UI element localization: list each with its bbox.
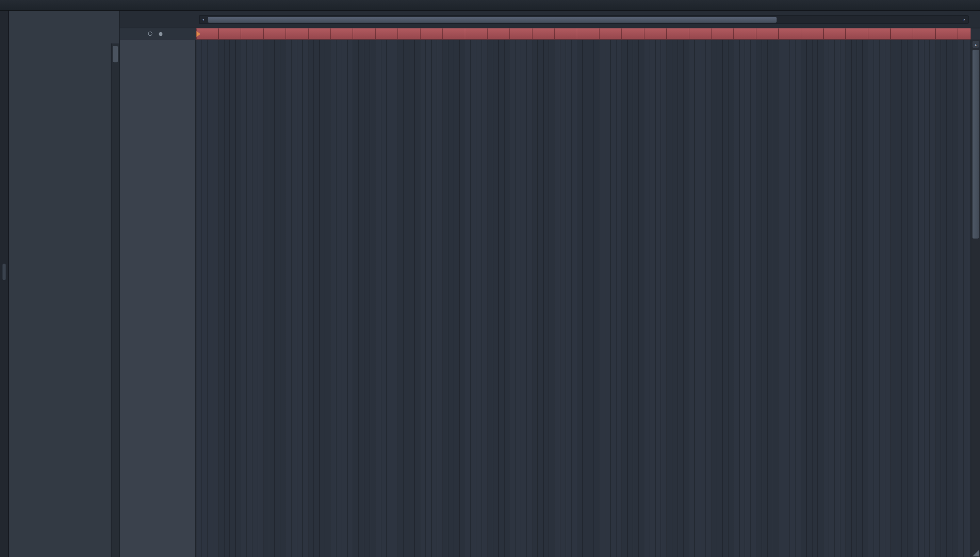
playlist-toolbar: ◂ ▸ [120,11,980,28]
scroll-up-icon[interactable]: ▴ [972,41,979,47]
track-headers [120,40,196,557]
titlebar [0,0,980,11]
fl-studio-playlist-window: ◂ ▸ ▴ [0,0,980,557]
playlist-panel: ◂ ▸ ▴ [120,11,980,557]
left-dock-strip [0,11,9,557]
playlist-grid[interactable] [196,40,971,557]
dock-grip[interactable] [2,264,5,280]
scroll-right-icon[interactable]: ▸ [961,16,968,23]
vertical-scrollbar[interactable]: ▴ [970,40,980,557]
pattern-picker-panel [9,11,120,557]
horizontal-scrollbar[interactable]: ◂ ▸ [199,15,969,24]
resize-grip[interactable] [972,550,979,557]
song-start-marker[interactable] [197,31,201,37]
picker-scrollbar[interactable] [111,44,119,557]
timeline-ruler[interactable] [196,28,971,39]
step-toggle[interactable] [148,32,152,36]
playlist-body [120,40,971,557]
picker-header [9,11,119,43]
slide-toggle[interactable] [158,32,162,35]
ruler-ticks [196,28,971,39]
picker-scrollbar-handle[interactable] [113,46,118,62]
vertical-scrollbar-handle[interactable] [972,50,979,238]
horizontal-scrollbar-handle[interactable] [208,17,776,23]
snap-toggles [145,32,163,36]
scroll-left-icon[interactable]: ◂ [200,16,207,23]
